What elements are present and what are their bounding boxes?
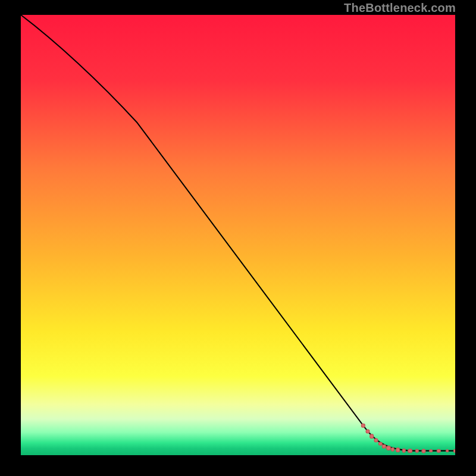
curve-layer <box>21 15 455 455</box>
bottleneck-curve <box>21 15 455 451</box>
chart-frame: TheBottleneck.com <box>0 0 476 476</box>
data-point-dot <box>374 438 378 442</box>
data-point-dot <box>446 449 449 453</box>
plot-area <box>21 15 455 455</box>
data-point-dot <box>396 448 400 453</box>
watermark-label: TheBottleneck.com <box>344 1 456 15</box>
data-point-dot <box>386 446 391 450</box>
data-point-dot <box>422 449 426 453</box>
data-point-dot <box>369 434 374 439</box>
data-point-dot <box>453 449 455 452</box>
data-point-dot <box>365 430 369 434</box>
data-point-dot <box>429 449 433 453</box>
data-point-dot <box>408 449 412 453</box>
